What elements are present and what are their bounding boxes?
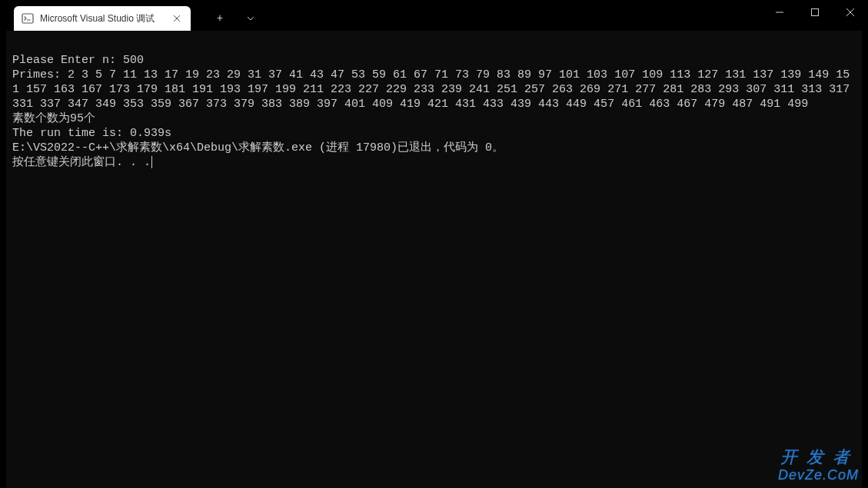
close-button[interactable] [833,0,868,25]
console-line: E:\VS2022--C++\求解素数\x64\Debug\求解素数.exe (… [12,141,856,155]
tab-title: Microsoft Visual Studio 调试 [40,12,165,25]
window-controls [762,0,868,25]
svg-rect-0 [22,14,33,23]
new-tab-button[interactable]: + [212,11,228,26]
maximize-button[interactable] [797,0,833,25]
console-line: Please Enter n: 500 [12,53,856,68]
tab-strip: Microsoft Visual Studio 调试 + [0,0,258,31]
console-output[interactable]: Please Enter n: 500Primes: 2 3 5 7 11 13… [6,31,862,488]
console-line: Primes: 2 3 5 7 11 13 17 19 23 29 31 37 … [12,68,856,111]
svg-rect-5 [812,9,819,16]
terminal-icon [22,12,34,25]
console-line: 按任意键关闭此窗口. . . [12,155,856,170]
tab-dropdown-button[interactable] [243,11,258,26]
console-line: 素数个数为95个 [12,111,856,126]
tab-close-button[interactable] [171,12,183,25]
titlebar: Microsoft Visual Studio 调试 + [0,0,868,31]
console-line: The run time is: 0.939s [12,126,856,141]
tab-active[interactable]: Microsoft Visual Studio 调试 [14,6,191,31]
minimize-button[interactable] [762,0,797,25]
tab-actions: + [191,3,258,34]
